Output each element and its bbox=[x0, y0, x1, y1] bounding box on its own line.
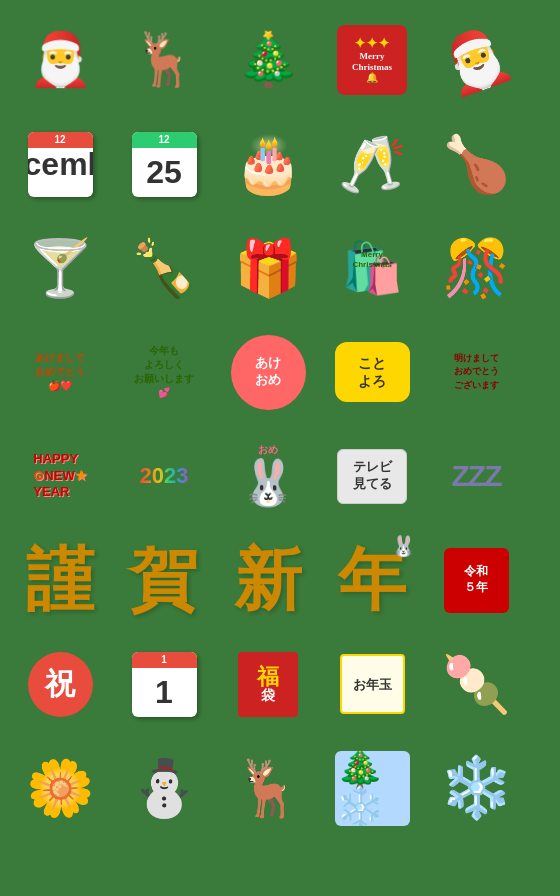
sticker-shopping[interactable]: 🛍️ MerryChristmas bbox=[322, 218, 422, 318]
star-text: ★ bbox=[75, 468, 87, 483]
calendar-24-widget: 12 December 24 bbox=[28, 132, 93, 197]
sticker-kotoyoro[interactable]: ことよろ bbox=[322, 322, 422, 422]
sticker-cocktail[interactable]: 🍸 bbox=[10, 218, 110, 318]
sticker-hny[interactable]: HAPPY⊙NEW★YEAR bbox=[10, 426, 110, 526]
cal25-header: 12 bbox=[132, 132, 197, 148]
sticker-cake[interactable]: 🎂 bbox=[218, 114, 318, 214]
sticker-akemekanji[interactable]: 明けましておめでとうございます bbox=[426, 322, 526, 422]
sticker-turkey[interactable]: 🍗 bbox=[426, 114, 526, 214]
caljan-header: 1 bbox=[132, 652, 197, 668]
wine-emoji: 🍾 bbox=[130, 241, 199, 296]
snow-scene-content: 🎄❄️ bbox=[335, 751, 410, 826]
calendar-25-widget: 12 25 bbox=[132, 132, 197, 197]
year2023-text: 2023 bbox=[140, 465, 189, 487]
sticker-kin[interactable]: 謹 bbox=[10, 530, 110, 630]
sticker-ga[interactable]: 賀 bbox=[114, 530, 214, 630]
sticker-gift[interactable]: 🎁 bbox=[218, 218, 318, 318]
sticker-caljan[interactable]: 1 1 bbox=[114, 634, 214, 734]
sticker-cal24[interactable]: 12 December 24 bbox=[10, 114, 110, 214]
sticker-cal25[interactable]: 12 25 bbox=[114, 114, 214, 214]
sticker-reiwa5[interactable]: 令和５年 bbox=[426, 530, 526, 630]
sticker-terebi[interactable]: テレビ見てる bbox=[322, 426, 422, 526]
fuku-bottom: 袋 bbox=[261, 688, 275, 702]
sticker-jp1[interactable]: あけましておめでとう🍎❤️ bbox=[10, 322, 110, 422]
deer-emoji: 🦌 bbox=[234, 761, 303, 816]
sticker-reindeer[interactable]: 🦌 bbox=[114, 10, 214, 110]
sticker-grid: 🎅 🦌 🎄 ✦✦✦ MerryChristmas 🔔 🎅 12 December… bbox=[10, 10, 550, 838]
rabbit-emoji: 🐰 bbox=[240, 458, 296, 508]
zzz-text-widget: ZZZ bbox=[452, 461, 501, 491]
merry-text: MerryChristmas bbox=[352, 51, 392, 73]
cake-emoji: 🎂 bbox=[234, 137, 303, 192]
sticker-cheers[interactable]: 🥂 bbox=[322, 114, 422, 214]
sticker-rabbit-ome[interactable]: おめ 🐰 bbox=[218, 426, 318, 526]
bag-text: MerryChristmas bbox=[352, 250, 391, 269]
snowman-emoji: ⛄ bbox=[130, 761, 199, 816]
terebi-widget: テレビ見てる bbox=[337, 449, 407, 504]
sticker-ornaments[interactable]: 🎊 bbox=[426, 218, 526, 318]
stars-decoration: ✦✦✦ bbox=[354, 37, 390, 51]
santa-emoji: 🎅 bbox=[28, 34, 93, 86]
turkey-emoji: 🍗 bbox=[442, 137, 511, 192]
sticker-snowflake[interactable]: ❄️ bbox=[426, 738, 526, 838]
snowflake-emoji: ❄️ bbox=[439, 758, 514, 818]
hat-emoji: 🎅 bbox=[434, 22, 518, 97]
akemashite-label: あけおめ bbox=[255, 355, 281, 389]
merry-christmas-badge: ✦✦✦ MerryChristmas 🔔 bbox=[337, 25, 407, 95]
sticker-year2023[interactable]: 2023 bbox=[114, 426, 214, 526]
sticker-iwai[interactable]: 祝 bbox=[10, 634, 110, 734]
sticker-snowscene[interactable]: 🎄❄️ bbox=[322, 738, 422, 838]
flower-emoji: 🌼 bbox=[26, 761, 95, 816]
sticker-flower[interactable]: 🌼 bbox=[10, 738, 110, 838]
sticker-akemashite[interactable]: あけおめ bbox=[218, 322, 318, 422]
otoshi-text: お年玉 bbox=[353, 678, 392, 691]
cal24-number: December 24 bbox=[28, 148, 93, 197]
sticker-fukubukuro[interactable]: 福 袋 bbox=[218, 634, 318, 734]
shin-kanji: 新 bbox=[234, 546, 302, 614]
ome-label: おめ bbox=[240, 445, 296, 455]
sticker-deer[interactable]: 🦌 bbox=[218, 738, 318, 838]
reiwa5-text: 令和５年 bbox=[464, 564, 488, 595]
cocktail-emoji: 🍸 bbox=[26, 241, 95, 296]
sticker-santa[interactable]: 🎅 bbox=[10, 10, 110, 110]
sticker-jp2[interactable]: 今年もよろしくお願いします💕 bbox=[114, 322, 214, 422]
otoshidama-widget: お年玉 bbox=[340, 654, 405, 714]
iwai-badge-widget: 祝 bbox=[28, 652, 93, 717]
caljan-number: 1 bbox=[132, 668, 197, 717]
sticker-nen[interactable]: 年 🐰 bbox=[322, 530, 422, 630]
fukubukuro-widget: 福 袋 bbox=[238, 652, 298, 717]
bell-decoration: 🔔 bbox=[366, 73, 378, 83]
tree-emoji: 🎄 bbox=[236, 34, 301, 86]
sticker-otoshidama[interactable]: お年玉 bbox=[322, 634, 422, 734]
rabbit-ome-container: おめ 🐰 bbox=[240, 445, 296, 507]
nen-rabbit: 🐰 bbox=[391, 536, 416, 556]
nen-container: 年 🐰 bbox=[338, 546, 406, 614]
jp1-text: あけましておめでとう🍎❤️ bbox=[35, 351, 85, 393]
terebi-text: テレビ見てる bbox=[353, 459, 392, 493]
sticker-tree[interactable]: 🎄 bbox=[218, 10, 318, 110]
ornaments-emoji: 🎊 bbox=[442, 241, 511, 296]
cheers-emoji: 🥂 bbox=[338, 137, 407, 192]
jp2-text: 今年もよろしくお願いします💕 bbox=[134, 344, 194, 400]
kotoyoro-bubble-widget: ことよろ bbox=[335, 342, 410, 402]
mochi-emoji: 🍡 bbox=[442, 657, 511, 712]
gift-emoji: 🎁 bbox=[234, 241, 303, 296]
sticker-zzz[interactable]: ZZZ bbox=[426, 426, 526, 526]
iwai-kanji: 祝 bbox=[45, 669, 75, 699]
sticker-snowman[interactable]: ⛄ bbox=[114, 738, 214, 838]
fuku-top: 福 bbox=[257, 666, 279, 688]
akemashite-bubble-widget: あけおめ bbox=[231, 335, 306, 410]
sticker-christmas-hat[interactable]: 🎅 bbox=[426, 10, 526, 110]
sticker-merry-christmas[interactable]: ✦✦✦ MerryChristmas 🔔 bbox=[322, 10, 422, 110]
reiwa5-badge: 令和５年 bbox=[444, 548, 509, 613]
kotoyoro-label: ことよろ bbox=[358, 354, 386, 390]
circle-o: ⊙ bbox=[33, 468, 44, 483]
shopping-container: 🛍️ MerryChristmas bbox=[341, 242, 403, 294]
sticker-mochi[interactable]: 🍡 bbox=[426, 634, 526, 734]
ga-kanji: 賀 bbox=[130, 546, 198, 614]
kin-kanji: 謹 bbox=[26, 546, 94, 614]
caljan-widget: 1 1 bbox=[132, 652, 197, 717]
sticker-shin[interactable]: 新 bbox=[218, 530, 318, 630]
cal25-number: 25 bbox=[132, 148, 197, 197]
sticker-wine[interactable]: 🍾 bbox=[114, 218, 214, 318]
